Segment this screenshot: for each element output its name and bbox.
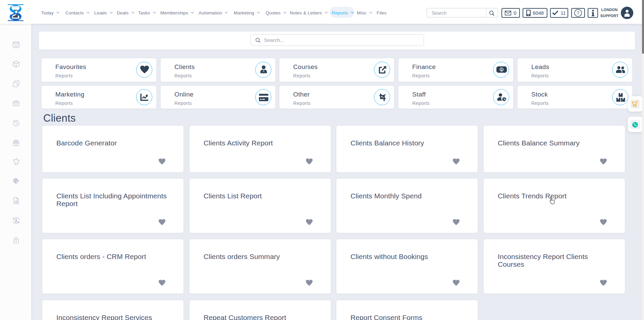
- svg-text:?: ?: [577, 11, 579, 15]
- svg-text:12: 12: [14, 44, 18, 48]
- svg-text:1: 1: [501, 68, 503, 71]
